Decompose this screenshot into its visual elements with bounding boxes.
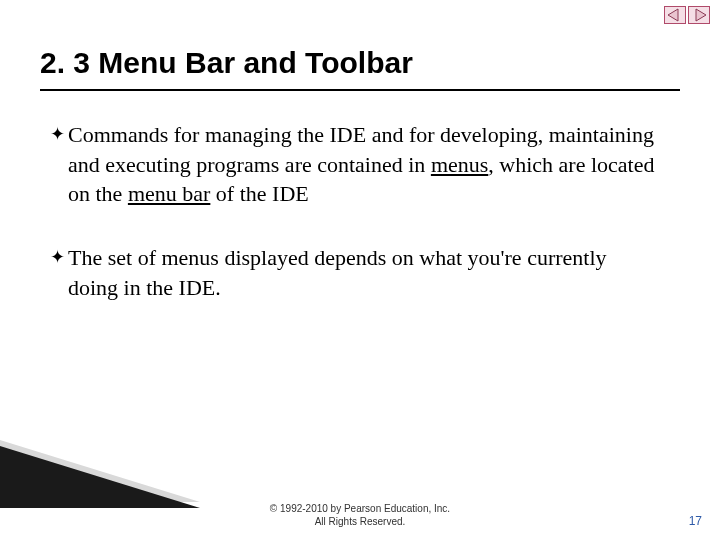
svg-marker-4 (0, 440, 200, 502)
bullet-text: The set of menus displayed depends on wh… (68, 243, 660, 302)
prev-arrow-icon[interactable] (664, 6, 686, 24)
underlined-term: menu bar (128, 181, 210, 206)
footer-line: All Rights Reserved. (0, 516, 720, 529)
underlined-term: menus (431, 152, 488, 177)
list-item: ✦ The set of menus displayed depends on … (50, 243, 660, 302)
copyright-footer: © 1992-2010 by Pearson Education, Inc. A… (0, 503, 720, 528)
next-arrow-icon[interactable] (688, 6, 710, 24)
bullet-icon: ✦ (50, 120, 68, 148)
page-number: 17 (689, 514, 702, 528)
bullet-icon: ✦ (50, 243, 68, 271)
bullet-text: Commands for managing the IDE and for de… (68, 120, 660, 209)
slide-body: ✦ Commands for managing the IDE and for … (50, 120, 660, 336)
nav-arrows (664, 6, 710, 24)
slide-title: 2. 3 Menu Bar and Toolbar (40, 46, 680, 91)
text-run: of the IDE (210, 181, 308, 206)
slide: 2. 3 Menu Bar and Toolbar ✦ Commands for… (0, 0, 720, 540)
svg-marker-5 (0, 446, 200, 508)
decorative-wedge (0, 440, 200, 510)
footer-line: © 1992-2010 by Pearson Education, Inc. (0, 503, 720, 516)
list-item: ✦ Commands for managing the IDE and for … (50, 120, 660, 209)
